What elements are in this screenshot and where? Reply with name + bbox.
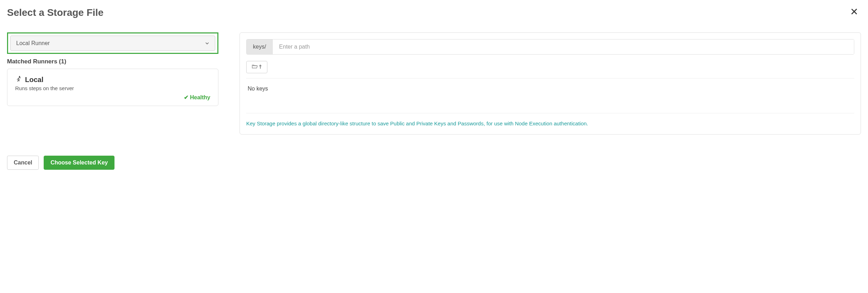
path-prefix: keys/ [247, 39, 273, 54]
runner-status: ✔Healthy [15, 94, 210, 101]
close-button[interactable]: ✕ [847, 7, 861, 17]
running-person-icon [15, 75, 22, 84]
path-input[interactable] [273, 39, 854, 54]
arrow-up-icon [259, 64, 262, 70]
runner-name: Local [25, 76, 43, 84]
matched-runners-label: Matched Runners (1) [7, 58, 218, 65]
svg-point-0 [19, 76, 20, 77]
runner-status-text: Healthy [190, 94, 210, 100]
help-text: Key Storage provides a global directory-… [246, 120, 854, 128]
runner-card[interactable]: Local Runs steps on the server ✔Healthy [7, 69, 218, 106]
no-keys-message: No keys [248, 86, 853, 92]
runner-dropdown[interactable]: Local Runner [10, 36, 215, 51]
runner-description: Runs steps on the server [15, 85, 210, 91]
cancel-button[interactable]: Cancel [7, 156, 39, 170]
path-input-group: keys/ [246, 39, 854, 55]
close-icon: ✕ [850, 6, 858, 17]
choose-selected-key-button[interactable]: Choose Selected Key [44, 156, 114, 170]
folder-up-button[interactable] [246, 61, 267, 73]
modal-title: Select a Storage File [7, 7, 104, 18]
runner-dropdown-highlight: Local Runner [7, 32, 218, 54]
keys-listing: No keys [246, 78, 854, 113]
folder-open-icon [252, 64, 258, 70]
check-icon: ✔ [184, 94, 188, 100]
key-storage-panel: keys/ No keys Key Stora [240, 32, 861, 135]
